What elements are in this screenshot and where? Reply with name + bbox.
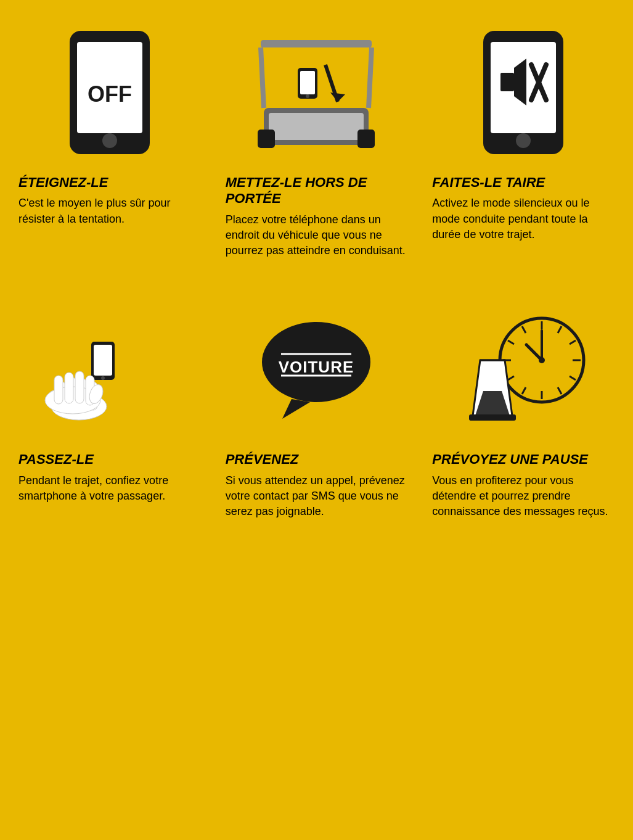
icon-car-phone <box>226 28 408 163</box>
cell-eteindre: OFF ÉTEIGNEZ-LE C'est le moyen le plus s… <box>12 19 207 271</box>
title-hors-portee: METTEZ-LE HORS DE PORTÉE <box>226 175 408 207</box>
svg-line-6 <box>261 47 264 108</box>
svg-rect-62 <box>469 414 516 421</box>
cell-prevenez: VOITURE PRÉVENEZ Si vous attendez un app… <box>219 295 414 532</box>
icon-phone-mute <box>432 28 615 163</box>
svg-rect-10 <box>357 130 375 148</box>
svg-point-3 <box>102 133 117 148</box>
svg-marker-39 <box>282 399 310 419</box>
svg-point-13 <box>306 94 309 98</box>
desc-hors-portee: Placez votre téléphone dans un endroit d… <box>226 212 408 259</box>
svg-point-31 <box>101 376 105 380</box>
icon-clock-glass <box>432 305 615 440</box>
svg-rect-18 <box>500 73 514 91</box>
svg-point-58 <box>539 357 545 363</box>
desc-eteindre: C'est le moyen le plus sûr pour résister… <box>18 196 201 226</box>
svg-rect-12 <box>300 71 315 94</box>
svg-rect-36 <box>54 376 63 404</box>
svg-rect-34 <box>75 371 84 403</box>
title-prevoyez: PRÉVOYEZ UNE PAUSE <box>432 451 588 467</box>
svg-rect-35 <box>65 373 73 403</box>
row-separator <box>12 277 621 289</box>
icon-speech-bubble: VOITURE <box>226 305 408 440</box>
icon-phone-off: OFF <box>18 28 201 163</box>
title-passez: PASSEZ-LE <box>18 451 94 467</box>
svg-rect-30 <box>94 345 112 376</box>
cell-prevoyez: PRÉVOYEZ UNE PAUSE Vous en profiterez po… <box>426 295 621 532</box>
cell-taire: FAITES-LE TAIRE Activez le mode silencie… <box>426 19 621 271</box>
svg-rect-5 <box>261 40 372 47</box>
cell-passez: PASSEZ-LE Pendant le trajet, confiez vot… <box>12 295 207 532</box>
title-taire: FAITES-LE TAIRE <box>432 175 545 191</box>
title-prevenez: PRÉVENEZ <box>226 451 299 467</box>
desc-prevenez: Si vous attendez un appel, prévenez votr… <box>226 473 408 520</box>
main-grid: OFF ÉTEIGNEZ-LE C'est le moyen le plus s… <box>12 19 621 532</box>
svg-text:OFF: OFF <box>88 81 132 107</box>
svg-rect-9 <box>258 130 275 148</box>
svg-marker-15 <box>330 93 345 102</box>
icon-hand-pass <box>18 305 201 440</box>
title-eteindre: ÉTEIGNEZ-LE <box>18 175 108 191</box>
desc-taire: Activez le mode silencieux ou le mode co… <box>432 196 615 242</box>
desc-prevoyez: Vous en profiterez pour vous détendre et… <box>432 473 615 520</box>
svg-rect-8 <box>269 113 364 140</box>
svg-point-22 <box>516 133 531 148</box>
svg-line-7 <box>369 47 372 108</box>
desc-passez: Pendant le trajet, confiez votre smartph… <box>18 473 201 504</box>
cell-hors-portee: METTEZ-LE HORS DE PORTÉE Placez votre té… <box>219 19 414 271</box>
svg-text:VOITURE: VOITURE <box>279 358 354 376</box>
